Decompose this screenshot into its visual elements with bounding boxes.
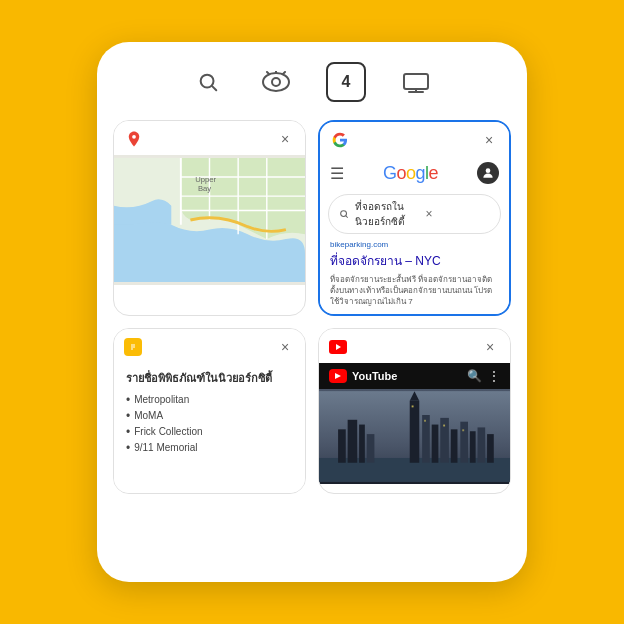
google-tab-content: ☰ Google ที่จอดรถในนิวยอร xyxy=(320,156,509,314)
svg-rect-39 xyxy=(422,415,430,463)
svg-rect-45 xyxy=(478,427,486,462)
notes-list: Metropolitan MoMA Frick Collection 9/11 … xyxy=(126,392,293,456)
tab-google[interactable]: × ☰ Google xyxy=(318,120,511,316)
google-logo: Google xyxy=(383,163,438,184)
youtube-favicon xyxy=(329,340,347,354)
google-account-avatar[interactable] xyxy=(477,162,499,184)
svg-line-4 xyxy=(267,72,269,74)
svg-rect-36 xyxy=(367,434,375,463)
yt-more-icon[interactable]: ⋮ xyxy=(488,369,500,383)
tabs-grid: × xyxy=(113,120,511,494)
list-item: 9/11 Memorial xyxy=(126,440,293,456)
svg-rect-48 xyxy=(424,419,426,421)
tab-maps[interactable]: × xyxy=(113,120,306,316)
svg-marker-29 xyxy=(336,344,341,350)
svg-line-1 xyxy=(212,86,216,90)
youtube-action-icons: 🔍 ⋮ xyxy=(467,369,500,383)
youtube-tab-content: YouTube 🔍 ⋮ xyxy=(319,363,510,484)
svg-rect-50 xyxy=(462,429,464,431)
tab-youtube-header: × xyxy=(319,329,510,363)
tab-notes[interactable]: × รายชื่อพิพิธภัณฑ์ในนิวยอร์กซิตี้ Metro… xyxy=(113,328,306,494)
svg-text:Upper: Upper xyxy=(195,175,216,184)
svg-rect-47 xyxy=(412,405,414,407)
list-item: Metropolitan xyxy=(126,392,293,408)
svg-text:Bay: Bay xyxy=(198,184,211,193)
clear-search-icon[interactable]: × xyxy=(426,207,491,221)
google-top-bar: ☰ Google xyxy=(320,156,509,190)
svg-rect-37 xyxy=(410,400,420,462)
svg-line-24 xyxy=(346,216,348,218)
svg-rect-46 xyxy=(487,434,494,463)
yt-play-icon xyxy=(329,369,347,383)
svg-rect-33 xyxy=(338,429,346,462)
result-domain: bikeparking.com xyxy=(320,240,509,251)
svg-point-3 xyxy=(272,78,280,86)
tab-youtube[interactable]: × YouTube 🔍 ⋮ xyxy=(318,328,511,494)
search-query: ที่จอดรถในนิวยอร์กซิตี้ xyxy=(355,199,420,229)
list-item: MoMA xyxy=(126,408,293,424)
google-favicon xyxy=(330,130,350,150)
svg-rect-43 xyxy=(460,421,468,462)
yt-search-icon[interactable]: 🔍 xyxy=(467,369,482,383)
svg-point-23 xyxy=(341,211,347,217)
google-menu-icon[interactable]: ☰ xyxy=(330,164,344,183)
peek-icon[interactable] xyxy=(258,64,294,100)
svg-rect-44 xyxy=(470,431,476,463)
cast-icon[interactable] xyxy=(398,64,434,100)
list-item: Frick Collection xyxy=(126,424,293,440)
svg-rect-7 xyxy=(404,74,428,89)
result-title[interactable]: ที่จอดจักรยาน – NYC xyxy=(320,251,509,274)
svg-marker-30 xyxy=(335,373,341,379)
svg-point-22 xyxy=(486,168,491,173)
svg-rect-49 xyxy=(443,424,445,426)
svg-line-5 xyxy=(283,72,285,74)
tab-google-close[interactable]: × xyxy=(479,130,499,150)
tab-notes-header: × xyxy=(114,329,305,363)
notes-tab-content: รายชื่อพิพิธภัณฑ์ในนิวยอร์กซิตี้ Metropo… xyxy=(114,363,305,493)
svg-point-2 xyxy=(263,73,289,91)
svg-rect-40 xyxy=(432,424,439,462)
tab-youtube-close[interactable]: × xyxy=(480,337,500,357)
tab-notes-close[interactable]: × xyxy=(275,337,295,357)
search-icon[interactable] xyxy=(190,64,226,100)
youtube-app-bar: YouTube 🔍 ⋮ xyxy=(319,363,510,389)
notes-favicon xyxy=(124,338,142,356)
maps-favicon xyxy=(124,129,144,149)
tab-count-button[interactable]: 4 xyxy=(326,62,366,102)
youtube-thumbnail xyxy=(319,389,510,484)
svg-rect-34 xyxy=(348,419,358,462)
result-snippet: ที่จอดจักรยานระยะสั้นฟรี ที่จอดจักรยานอา… xyxy=(320,274,509,314)
youtube-logo: YouTube xyxy=(329,369,397,383)
tab-maps-close[interactable]: × xyxy=(275,129,295,149)
svg-rect-35 xyxy=(359,424,365,462)
tab-google-header: × xyxy=(320,122,509,156)
svg-rect-42 xyxy=(451,429,458,462)
nav-bar: 4 xyxy=(113,62,511,102)
tab-maps-header: × xyxy=(114,121,305,155)
svg-point-11 xyxy=(132,135,136,139)
phone-container: 4 × xyxy=(97,42,527,582)
google-search-bar[interactable]: ที่จอดรถในนิวยอร์กซิตี้ × xyxy=(328,194,501,234)
map-thumbnail: Upper Bay xyxy=(114,155,305,285)
notes-title: รายชื่อพิพิธภัณฑ์ในนิวยอร์กซิตี้ xyxy=(126,371,293,386)
